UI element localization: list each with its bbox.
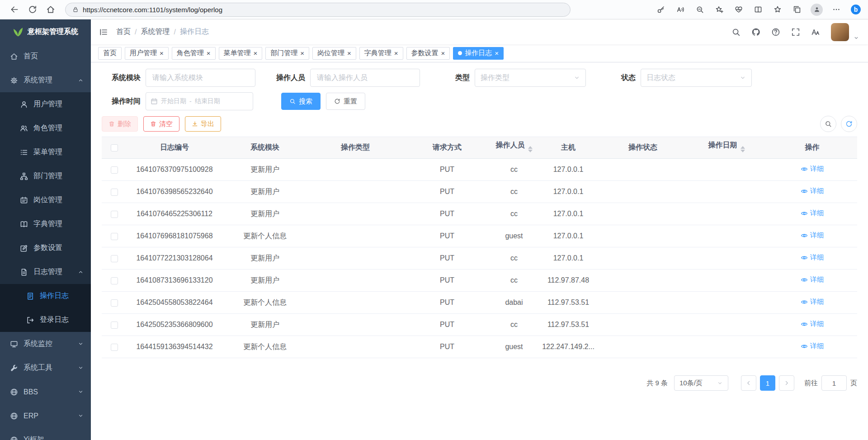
close-icon[interactable]: ×: [441, 50, 445, 57]
row-checkbox[interactable]: [111, 166, 118, 174]
sidebar-item-home[interactable]: 首页: [0, 44, 91, 68]
sidebar-item-param-settings[interactable]: 参数设置: [0, 236, 91, 260]
browser-refresh-button[interactable]: [24, 2, 41, 17]
browser-profile-button[interactable]: [811, 4, 823, 16]
app-logo[interactable]: 意框架管理系统: [0, 19, 91, 44]
sidebar-item-post-mgmt[interactable]: 岗位管理: [0, 188, 91, 212]
column-header-date[interactable]: 操作日期: [686, 137, 767, 159]
favorites-button[interactable]: [772, 2, 783, 17]
sort-carets-icon[interactable]: [741, 144, 745, 155]
sidebar-item-oper-log[interactable]: 操作日志: [0, 284, 91, 308]
sidebar-item-dept-mgmt[interactable]: 部门管理: [0, 164, 91, 188]
row-checkbox[interactable]: [111, 189, 118, 196]
sidebar-item-dict-mgmt[interactable]: 字典管理: [0, 212, 91, 236]
tab-role-mgmt[interactable]: 角色管理×: [172, 47, 216, 60]
row-checkbox[interactable]: [111, 277, 118, 284]
tab-dept-mgmt[interactable]: 部门管理×: [265, 47, 309, 60]
browser-back-button[interactable]: [6, 2, 23, 17]
tab-menu-mgmt[interactable]: 菜单管理×: [219, 47, 263, 60]
help-button[interactable]: [771, 28, 780, 37]
operator-input[interactable]: [310, 69, 420, 87]
prev-page-button[interactable]: [741, 375, 756, 391]
split-screen-button[interactable]: [752, 2, 764, 17]
reset-button[interactable]: 重置: [326, 93, 365, 110]
status-select[interactable]: 日志状态: [641, 69, 752, 87]
tab-post-mgmt[interactable]: 岗位管理×: [312, 47, 356, 60]
browser-essentials-button[interactable]: [733, 2, 745, 17]
next-page-button[interactable]: [779, 375, 794, 391]
goto-page-input[interactable]: [821, 375, 847, 391]
page-number-button[interactable]: 1: [760, 375, 775, 391]
refresh-table-button[interactable]: [841, 116, 857, 132]
sidebar-item-system-tools[interactable]: 系统工具: [0, 356, 91, 380]
collections-button[interactable]: [791, 2, 803, 17]
sidebar-item-user-mgmt[interactable]: 用户管理: [0, 92, 91, 116]
detail-link[interactable]: 详细: [801, 320, 824, 328]
github-link[interactable]: [751, 28, 760, 37]
zoom-button[interactable]: [694, 2, 706, 17]
tab-user-mgmt[interactable]: 用户管理×: [125, 47, 169, 60]
export-button[interactable]: 导出: [185, 116, 221, 132]
type-select[interactable]: 操作类型: [475, 69, 586, 87]
date-range-picker[interactable]: 开始日期 - 结束日期: [146, 92, 253, 110]
column-header-operator[interactable]: 操作人员: [491, 137, 537, 159]
detail-link[interactable]: 详细: [801, 165, 824, 173]
select-all-checkbox[interactable]: [111, 144, 118, 151]
read-aloud-button[interactable]: [675, 2, 686, 17]
detail-link[interactable]: 详细: [801, 275, 824, 284]
user-avatar[interactable]: [831, 23, 849, 41]
row-checkbox[interactable]: [111, 322, 118, 329]
font-size-button[interactable]: [811, 28, 820, 37]
tab-home[interactable]: 首页: [98, 47, 122, 60]
copilot-button[interactable]: b: [850, 2, 862, 17]
password-key-button[interactable]: [655, 2, 667, 17]
breadcrumb-system-mgmt[interactable]: 系统管理: [141, 27, 170, 37]
detail-link[interactable]: 详细: [801, 209, 824, 218]
sidebar-item-login-log[interactable]: 登录日志: [0, 308, 91, 332]
tab-param-settings[interactable]: 参数设置×: [406, 47, 450, 60]
header-search-button[interactable]: [731, 28, 741, 37]
row-checkbox[interactable]: [111, 255, 118, 262]
clear-button[interactable]: 清空: [143, 116, 179, 132]
close-icon[interactable]: ×: [254, 50, 258, 57]
sidebar-item-yi-framework[interactable]: Yi框架: [0, 428, 91, 440]
row-checkbox[interactable]: [111, 344, 118, 351]
sidebar-item-log-mgmt[interactable]: 日志管理: [0, 260, 91, 284]
sidebar-item-system-monitor[interactable]: 系统监控: [0, 332, 91, 356]
sort-carets-icon[interactable]: [528, 144, 533, 155]
close-icon[interactable]: ×: [160, 50, 164, 57]
close-icon[interactable]: ×: [495, 50, 499, 57]
module-input[interactable]: [146, 69, 255, 87]
sidebar-toggle-button[interactable]: [91, 19, 116, 44]
tab-dict-mgmt[interactable]: 字典管理×: [359, 47, 403, 60]
close-icon[interactable]: ×: [207, 50, 211, 57]
sidebar-item-system-mgmt[interactable]: 系统管理: [0, 68, 91, 92]
toggle-search-button[interactable]: [820, 116, 836, 132]
browser-menu-button[interactable]: [830, 2, 842, 17]
add-favorite-button[interactable]: [713, 2, 725, 17]
detail-link[interactable]: 详细: [801, 231, 824, 240]
sidebar-item-menu-mgmt[interactable]: 菜单管理: [0, 140, 91, 164]
row-checkbox[interactable]: [111, 299, 118, 307]
tab-oper-log[interactable]: 操作日志×: [453, 47, 504, 60]
row-checkbox[interactable]: [111, 233, 118, 240]
close-icon[interactable]: ×: [300, 50, 304, 57]
cell-type: [308, 247, 403, 270]
sidebar-item-bbs[interactable]: BBS: [0, 380, 91, 404]
fullscreen-button[interactable]: [791, 28, 800, 37]
search-button[interactable]: 搜索: [281, 93, 321, 110]
sidebar-item-role-mgmt[interactable]: 角色管理: [0, 116, 91, 140]
detail-link[interactable]: 详细: [801, 342, 824, 350]
close-icon[interactable]: ×: [394, 50, 398, 57]
detail-link[interactable]: 详细: [801, 253, 824, 262]
breadcrumb-home[interactable]: 首页: [116, 27, 131, 37]
sidebar-item-erp[interactable]: ERP: [0, 404, 91, 428]
browser-home-button[interactable]: [42, 2, 59, 17]
row-checkbox[interactable]: [111, 211, 118, 218]
page-size-select[interactable]: 10条/页: [674, 375, 728, 391]
detail-link[interactable]: 详细: [801, 187, 824, 195]
close-icon[interactable]: ×: [347, 50, 351, 57]
delete-button[interactable]: 删除: [102, 116, 138, 132]
address-bar[interactable]: https://ccnetcore.com:1101/system/log/op…: [65, 3, 571, 17]
detail-link[interactable]: 详细: [801, 298, 824, 306]
